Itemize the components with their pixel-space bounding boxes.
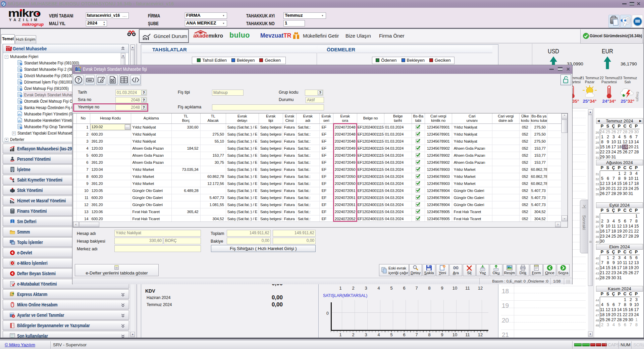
svg-text:?: ?: [77, 77, 80, 83]
